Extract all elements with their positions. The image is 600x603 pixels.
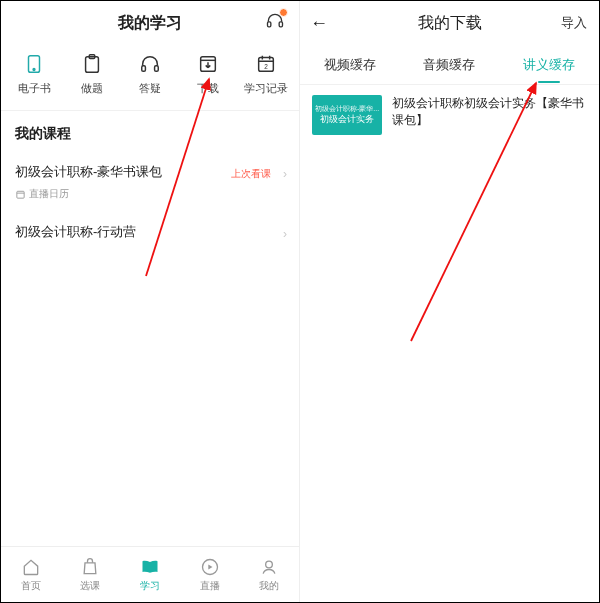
notification-dot xyxy=(279,8,288,17)
svg-point-3 xyxy=(33,69,35,71)
tool-record[interactable]: 2 学习记录 xyxy=(238,53,294,96)
chevron-right-icon: › xyxy=(283,227,287,241)
nav-label: 选课 xyxy=(80,579,100,593)
thumb-top: 初级会计职称-豪华... xyxy=(315,105,379,113)
download-icon xyxy=(197,53,219,75)
play-circle-icon xyxy=(200,557,220,577)
nav-label: 我的 xyxy=(259,579,279,593)
study-screen: 我的学习 电子书 做题 xyxy=(1,1,300,602)
nav-mine[interactable]: 我的 xyxy=(259,557,279,593)
course-item[interactable]: 初级会计职称-行动营 › xyxy=(1,213,299,253)
tool-label: 学习记录 xyxy=(244,81,288,96)
tab-video-cache[interactable]: 视频缓存 xyxy=(320,48,380,82)
nav-label: 首页 xyxy=(21,579,41,593)
headphones-icon xyxy=(139,53,161,75)
import-button[interactable]: 导入 xyxy=(561,14,587,32)
nav-label: 学习 xyxy=(140,579,160,593)
tab-audio-cache[interactable]: 音频缓存 xyxy=(419,48,479,82)
nav-select[interactable]: 选课 xyxy=(80,557,100,593)
tool-qa[interactable]: 答疑 xyxy=(122,53,178,96)
left-header: 我的学习 xyxy=(1,1,299,45)
tool-ebook[interactable]: 电子书 xyxy=(6,53,62,96)
course-thumbnail: 初级会计职称-豪华... 初级会计实务 xyxy=(312,95,382,135)
clipboard-icon xyxy=(81,53,103,75)
ebook-icon xyxy=(23,53,45,75)
bag-icon xyxy=(80,557,100,577)
svg-point-13 xyxy=(266,561,273,568)
tool-download[interactable]: 下载 xyxy=(180,53,236,96)
calendar-small-icon xyxy=(15,189,26,200)
book-open-icon xyxy=(140,557,160,577)
svg-rect-7 xyxy=(155,66,159,72)
home-icon xyxy=(21,557,41,577)
tool-label: 电子书 xyxy=(18,81,51,96)
downloads-screen: ← 我的下载 导入 视频缓存 音频缓存 讲义缓存 初级会计职称-豪华... 初级… xyxy=(300,1,599,602)
page-title: 我的下载 xyxy=(418,13,482,34)
back-button[interactable]: ← xyxy=(310,13,328,34)
user-icon xyxy=(259,557,279,577)
download-title: 初级会计职称初级会计实务【豪华书课包】 xyxy=(392,95,587,129)
tool-row: 电子书 做题 答疑 下载 2 xyxy=(1,45,299,111)
svg-rect-1 xyxy=(279,22,282,27)
thumb-main: 初级会计实务 xyxy=(320,114,374,125)
tab-notes-cache[interactable]: 讲义缓存 xyxy=(519,48,579,82)
right-header: ← 我的下载 导入 xyxy=(300,1,599,45)
svg-text:2: 2 xyxy=(264,63,268,70)
calendar-icon: 2 xyxy=(255,53,277,75)
nav-live[interactable]: 直播 xyxy=(200,557,220,593)
svg-rect-6 xyxy=(142,66,146,72)
tool-label: 下载 xyxy=(197,81,219,96)
svg-rect-11 xyxy=(17,191,24,198)
course-sub: 直播日历 xyxy=(15,187,285,201)
support-button[interactable] xyxy=(265,11,285,31)
download-item[interactable]: 初级会计职称-豪华... 初级会计实务 初级会计职称初级会计实务【豪华书课包】 xyxy=(300,85,599,145)
tool-label: 做题 xyxy=(81,81,103,96)
svg-rect-0 xyxy=(268,22,271,27)
tool-label: 答疑 xyxy=(139,81,161,96)
course-title: 初级会计职称-行动营 xyxy=(15,223,285,241)
cache-tabs: 视频缓存 音频缓存 讲义缓存 xyxy=(300,45,599,85)
chevron-right-icon: › xyxy=(283,167,287,181)
section-my-courses: 我的课程 xyxy=(1,111,299,153)
bottom-nav: 首页 选课 学习 直播 我的 xyxy=(1,546,299,602)
nav-study[interactable]: 学习 xyxy=(140,557,160,593)
nav-home[interactable]: 首页 xyxy=(21,557,41,593)
tool-practice[interactable]: 做题 xyxy=(64,53,120,96)
page-title: 我的学习 xyxy=(118,13,182,34)
last-viewed-tag: 上次看课 xyxy=(231,167,271,181)
nav-label: 直播 xyxy=(200,579,220,593)
course-sub-text: 直播日历 xyxy=(29,187,69,201)
course-item[interactable]: 初级会计职称-豪华书课包 直播日历 上次看课 › xyxy=(1,153,299,213)
